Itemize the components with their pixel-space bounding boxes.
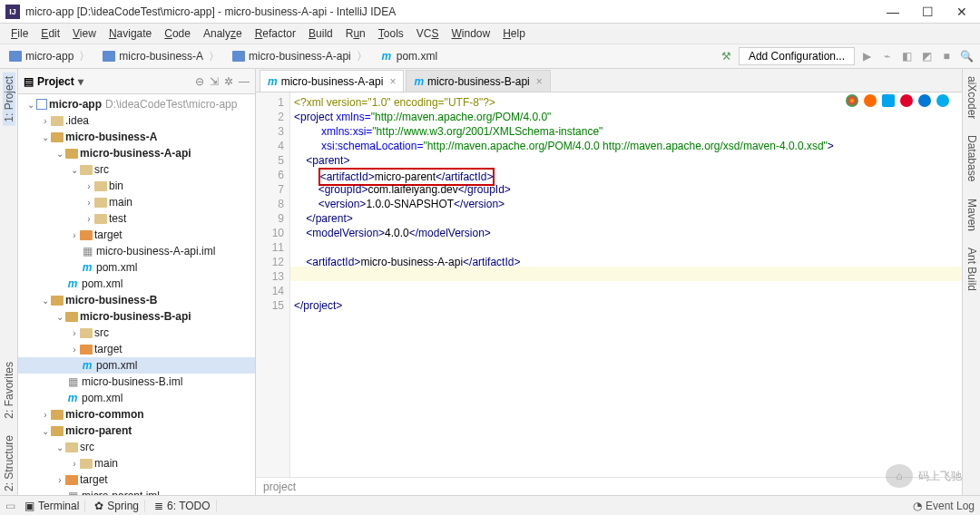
tab-a-api[interactable]: mmicro-business-A-api× [260,70,404,92]
tree-row[interactable]: ›src [18,325,255,341]
tree-arrow-icon[interactable]: ⌄ [54,442,65,452]
tree-row[interactable]: ›main [18,455,255,471]
opera-icon[interactable] [900,94,913,107]
tree-row[interactable]: ›bin [18,178,255,194]
tree-row[interactable]: mpom.xml [18,357,255,374]
tree-row[interactable]: ›target [18,471,255,488]
expand-all-icon[interactable]: ⇲ [210,75,219,88]
tree-arrow-icon[interactable]: › [40,116,51,126]
project-title[interactable]: ▤ Project ▾ [24,75,83,88]
chrome-icon[interactable] [846,94,858,107]
tool-favorites[interactable]: 2: Favorites [3,358,15,423]
ie-icon[interactable] [936,94,949,107]
add-configuration-button[interactable]: Add Configuration... [739,47,855,65]
editor-breadcrumb[interactable]: project [256,477,962,495]
profile-icon[interactable]: ◩ [918,48,935,64]
tree-row[interactable]: ›main [18,194,255,210]
tree-arrow-icon[interactable]: ⌄ [54,149,65,159]
tree-row[interactable]: ›test [18,210,255,227]
tree-arrow-icon[interactable]: › [83,181,94,191]
status-terminal[interactable]: ▣ Terminal [19,500,85,512]
settings-icon[interactable]: ✲ [224,75,233,88]
tool-project[interactable]: 1: Project [3,73,15,126]
select-opened-icon[interactable]: ⊖ [195,75,204,88]
tree-row[interactable]: ▦micro-business-B.iml [18,374,255,390]
tool-structure[interactable]: 2: Structure [3,432,15,495]
crumb-root[interactable]: micro-app〉 [5,47,95,66]
tree-row[interactable]: ▦micro-parent.iml [18,488,255,495]
tree-arrow-icon[interactable]: › [54,475,65,485]
tree-row[interactable]: mpom.xml [18,259,255,276]
tree-arrow-icon[interactable]: › [69,328,80,338]
tree-arrow-icon[interactable]: › [69,459,80,469]
run-icon[interactable]: ▶ [858,48,875,64]
tree-row[interactable]: ⌄micro-business-A-api [18,145,255,161]
tree-arrow-icon[interactable]: › [83,214,94,224]
toggle-toolwindows-icon[interactable]: ▭ [5,500,15,512]
menu-vcs[interactable]: VCS [411,25,445,42]
tree-row[interactable]: ⌄micro-business-B [18,292,255,308]
safari-icon[interactable] [882,94,895,107]
crumb-file[interactable]: mpom.xml [377,48,441,64]
code-editor[interactable]: 123456789101112131415 <?xml version="1.0… [256,92,962,477]
close-button[interactable]: ✕ [949,3,975,21]
stop-icon[interactable]: ■ [938,48,955,64]
tree-arrow-icon[interactable]: › [40,410,51,420]
tree-arrow-icon[interactable]: ⌄ [40,296,51,306]
hide-icon[interactable]: — [239,75,250,88]
project-tree[interactable]: ⌄micro-appD:\ideaCodeTest\micro-app›.ide… [18,94,255,495]
tool-maven[interactable]: Maven [965,195,978,235]
tree-arrow-icon[interactable]: › [69,230,80,240]
tool-aixcoder[interactable]: aiXcoder [965,73,978,122]
tree-arrow-icon[interactable]: › [69,345,80,355]
menu-build[interactable]: Build [303,25,338,42]
tree-row[interactable]: ›.idea [18,112,255,129]
menu-run[interactable]: Run [340,25,371,42]
build-icon[interactable]: ⚒ [719,48,735,64]
code-content[interactable]: <?xml version="1.0" encoding="UTF-8"?> <… [290,92,962,477]
tree-row[interactable]: ›micro-common [18,406,255,423]
tab-b-api[interactable]: mmicro-business-B-api× [406,70,550,92]
close-icon[interactable]: × [389,75,396,88]
menu-window[interactable]: Window [446,25,495,42]
menu-analyze[interactable]: Analyze [198,25,248,42]
status-spring[interactable]: ✿ Spring [89,500,145,512]
menu-refactor[interactable]: Refactor [250,25,301,42]
search-icon[interactable]: 🔍 [958,48,975,64]
menu-navigate[interactable]: Navigate [103,25,157,42]
tree-row[interactable]: ⌄src [18,161,255,178]
menu-tools[interactable]: Tools [373,25,409,42]
maximize-button[interactable]: ☐ [915,3,940,21]
tool-database[interactable]: Database [965,131,978,185]
tree-arrow-icon[interactable]: ⌄ [40,426,51,436]
tree-row[interactable]: ⌄src [18,439,255,455]
debug-icon[interactable]: ⌁ [878,48,895,64]
crumb-module-a[interactable]: micro-business-A〉 [99,47,225,66]
status-event-log[interactable]: ◔ Event Log [913,500,975,512]
tree-row[interactable]: ⌄micro-appD:\ideaCodeTest\micro-app [18,96,255,112]
menu-file[interactable]: File [5,25,34,42]
tree-row[interactable]: mpom.xml [18,390,255,406]
firefox-icon[interactable] [864,94,877,107]
menu-code[interactable]: Code [159,25,196,42]
minimize-button[interactable]: — [880,3,906,21]
tool-antbuild[interactable]: Ant Build [965,244,978,295]
coverage-icon[interactable]: ◧ [898,48,915,64]
menu-edit[interactable]: Edit [35,25,65,42]
tree-row[interactable]: ▦micro-business-A-api.iml [18,243,255,259]
tree-row[interactable]: mpom.xml [18,276,255,292]
crumb-api[interactable]: micro-business-A-api〉 [229,47,373,66]
close-icon[interactable]: × [536,75,543,88]
tree-arrow-icon[interactable]: › [83,198,94,208]
tree-row[interactable]: ⌄micro-parent [18,423,255,439]
tree-arrow-icon[interactable]: ⌄ [69,165,80,175]
tree-arrow-icon[interactable]: ⌄ [54,312,65,322]
tree-row[interactable]: ›target [18,227,255,243]
tree-row[interactable]: ⌄micro-business-B-api [18,308,255,325]
menu-help[interactable]: Help [497,25,531,42]
menu-view[interactable]: View [67,25,102,42]
tree-row[interactable]: ›target [18,341,255,357]
tree-row[interactable]: ⌄micro-business-A [18,129,255,145]
tree-arrow-icon[interactable]: ⌄ [40,132,51,142]
status-todo[interactable]: ≣ 6: TODO [149,500,217,512]
